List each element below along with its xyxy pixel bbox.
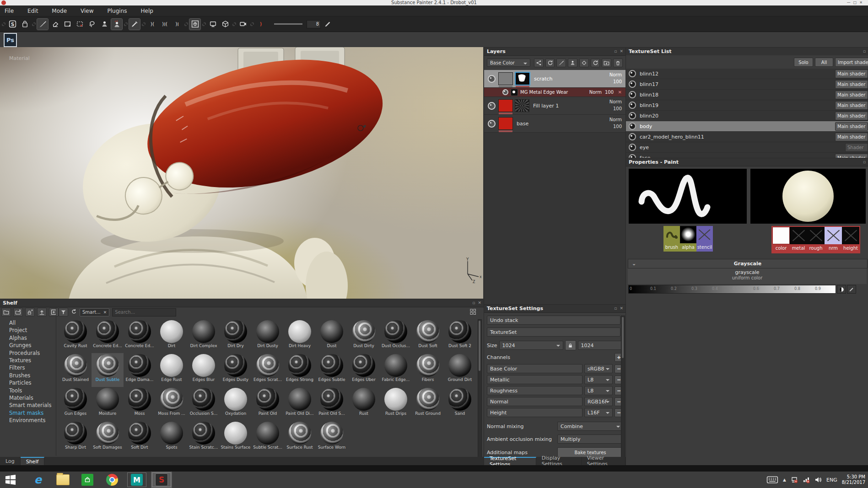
shelf-item[interactable]: Rust Ground (412, 387, 444, 421)
menu-item-mode[interactable]: Mode (52, 8, 67, 14)
textureset-row[interactable]: blinn20Main shader (626, 111, 868, 121)
shelf-category-grunges[interactable]: Grunges (9, 342, 55, 349)
grayscale-slider[interactable]: 00.10.20.30.40.50.60.70.80.9 (628, 285, 836, 294)
visibility-icon[interactable] (502, 89, 508, 95)
channel-slot-nrm[interactable]: nrm (825, 227, 842, 252)
clone-source-tool-icon[interactable] (111, 19, 122, 30)
cube-view-icon[interactable] (220, 19, 231, 30)
brush-size-field[interactable]: 8 (307, 20, 321, 28)
symmetry-z-icon[interactable]: )׀ (172, 19, 183, 30)
shelf-item[interactable]: Concrete Ed... (92, 319, 124, 353)
volume-icon[interactable] (814, 476, 822, 483)
shelf-item[interactable]: Edge Dama... (124, 353, 156, 387)
shader-button[interactable]: Main shader (835, 122, 868, 131)
material-picker-tool-icon[interactable] (129, 19, 140, 30)
material-visibility-icon[interactable] (629, 112, 636, 119)
shelf-category-tools[interactable]: Tools (9, 387, 55, 394)
shelf-item[interactable]: Edge Rust (156, 353, 188, 387)
grid-display-icon[interactable] (470, 308, 476, 317)
window-controls[interactable]: —□✕ (847, 0, 865, 5)
ao-mixing-field[interactable]: Multiply (557, 434, 623, 444)
shelf-category-project[interactable]: Project (9, 327, 55, 334)
shelf-item[interactable]: Oxydation (220, 387, 252, 421)
channel-format-select[interactable]: sRGB8 (584, 364, 613, 373)
start-button[interactable] (0, 472, 21, 488)
shader-button[interactable]: Main shader (835, 154, 868, 158)
shelf-item[interactable]: Spots (156, 421, 188, 455)
layer-row[interactable]: scratchNorm100 (484, 70, 625, 88)
shelf-item[interactable]: Fabric Edge... (380, 353, 412, 387)
shelf-category-environments[interactable]: Environments (9, 417, 55, 424)
shelf-item[interactable]: Surface Worn (316, 421, 348, 455)
lasso-tool-icon[interactable] (86, 19, 97, 30)
shelf-item[interactable]: Gun Edges (59, 387, 92, 421)
shelf-item[interactable]: Edges Dusty (220, 353, 252, 387)
display-settings-icon[interactable] (207, 19, 218, 30)
blend-mode[interactable]: Norm (589, 90, 602, 95)
shelf-item[interactable]: Dust Subtle (92, 353, 124, 387)
shelf-item[interactable]: Edges Subtle (316, 353, 348, 387)
shelf-scrollbar[interactable] (478, 319, 482, 457)
camera-icon[interactable] (237, 19, 248, 30)
shelf-item[interactable]: Ground Dirt (444, 353, 476, 387)
layer-row[interactable]: baseNorm100 (484, 115, 625, 133)
polygon-fill-tool-icon[interactable] (74, 19, 85, 30)
shader-button[interactable]: Main shader (835, 112, 868, 120)
menu-item-edit[interactable]: Edit (27, 8, 38, 14)
symmetry-y-icon[interactable]: )׀( (159, 19, 170, 30)
textureset-row[interactable]: blinn19Main shader (626, 100, 868, 111)
material-visibility-icon[interactable] (629, 123, 636, 130)
channel-slot-rough[interactable]: rough (807, 227, 825, 252)
symmetry-toggle-icon[interactable]: ) (255, 19, 266, 30)
solo-button[interactable]: Solo (794, 58, 813, 67)
add-fill-icon[interactable] (579, 59, 589, 67)
export-folder-icon[interactable] (13, 308, 23, 316)
eraser-tool-icon[interactable] (49, 19, 60, 30)
size-height-field[interactable]: 1024 (578, 341, 623, 350)
channel-name-field[interactable]: Height (487, 408, 582, 417)
maya-icon[interactable]: M (126, 472, 147, 488)
channel-format-select[interactable]: RGB16F (584, 397, 613, 406)
material-visibility-icon[interactable] (629, 133, 636, 140)
size-select[interactable]: 1024 (499, 341, 563, 350)
dock-icon[interactable]: ▫ (472, 300, 475, 305)
internet-explorer-icon[interactable]: e (27, 472, 49, 488)
shelf-item[interactable]: Edges Scrat... (252, 353, 284, 387)
photoshop-plugin-icon[interactable]: Ps (4, 33, 17, 47)
shelf-item[interactable]: Concrete Ed... (124, 319, 156, 353)
channel-name-field[interactable]: Normal (487, 397, 582, 406)
viewport-3d[interactable]: Material (0, 47, 483, 299)
remove-effect-icon[interactable]: ✕ (618, 90, 622, 95)
shelf-item[interactable]: Dust Dirty (348, 319, 380, 353)
textureset-row[interactable]: faceMain shader (626, 153, 868, 158)
dock-icon[interactable]: ▫ (614, 306, 617, 311)
shelf-category-all[interactable]: All (9, 319, 55, 327)
textureset-row[interactable]: blinn12Main shader (626, 69, 868, 79)
layer-row[interactable]: Fill layer 1Norm100 (484, 97, 625, 115)
channel-select[interactable]: Base Color (487, 59, 530, 67)
paint-brush-tool-icon[interactable] (37, 19, 48, 30)
add-smart-material-icon[interactable] (545, 59, 555, 67)
pencil-icon[interactable] (847, 285, 856, 294)
tab-textureset-settings[interactable]: TextureSet Settings (484, 457, 536, 465)
menu-item-file[interactable]: File (5, 8, 14, 14)
projection-tool-icon[interactable] (62, 19, 73, 30)
shelf-item[interactable]: Dirt Complex (188, 319, 220, 353)
menu-item-view[interactable]: View (81, 8, 93, 14)
shelf-item[interactable]: Dirt (156, 319, 188, 353)
shelf-item[interactable]: Dirt Dusty (252, 319, 284, 353)
substance-logo-icon[interactable]: S (7, 19, 18, 30)
remove-filter-icon[interactable]: ✕ (103, 310, 107, 315)
tab-display-settings[interactable]: Display Settings (536, 457, 582, 465)
channel-format-select[interactable]: L16F (584, 408, 613, 417)
dock-icon[interactable]: ▫ (863, 49, 866, 54)
shelf-category-smart-masks[interactable]: Smart masks (9, 409, 55, 417)
filter-tag[interactable]: Smart...✕ (80, 308, 109, 316)
shelf-item[interactable]: Stain Scratc... (188, 421, 220, 455)
textureset-row[interactable]: bodyMain shader (626, 121, 868, 132)
clock[interactable]: 5:30 PM 8/21/2017 (842, 474, 865, 485)
keyboard-icon[interactable] (766, 476, 778, 483)
visibility-icon[interactable] (488, 120, 496, 128)
chevron-down-icon[interactable]: ⌄ (632, 259, 636, 268)
share-icon[interactable] (534, 59, 544, 67)
